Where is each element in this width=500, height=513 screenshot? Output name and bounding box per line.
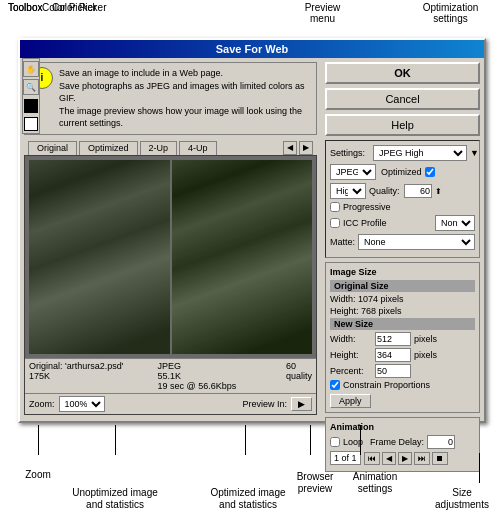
browser-preview-bottom-label: Browserpreview bbox=[285, 471, 345, 495]
browser-preview-annotation-line bbox=[310, 425, 311, 455]
preview-in-area: Preview In: ▶ bbox=[242, 397, 312, 411]
zoom-bottom-label: Zoom bbox=[18, 469, 58, 481]
image-size-title: Image Size bbox=[330, 267, 475, 277]
hand-tool[interactable]: ✋ bbox=[23, 61, 39, 77]
preview-in-label: Preview In: bbox=[242, 399, 287, 409]
new-height-input[interactable] bbox=[375, 348, 411, 362]
original-height: Height: 768 pixels bbox=[330, 306, 402, 316]
zoom-tool[interactable]: 🔍 bbox=[23, 79, 39, 95]
original-size-header: Original Size bbox=[330, 280, 475, 292]
constrain-label: Constrain Proportions bbox=[343, 380, 430, 390]
unoptimized-annotation-line bbox=[115, 425, 116, 455]
matte-select[interactable]: None bbox=[435, 215, 475, 231]
color-picker-annotation: Color Picker bbox=[52, 2, 106, 13]
zoom-label: Zoom: bbox=[29, 399, 55, 409]
preview-in-button[interactable]: ▶ bbox=[291, 397, 312, 411]
optimized-bottom-label: Optimized imageand statistics bbox=[198, 487, 298, 511]
preview-menu-annotation: Previewmenu bbox=[295, 2, 350, 24]
toolbox-annotation: Toolbox bbox=[8, 2, 42, 13]
left-panel: i Save an image to include in a Web page… bbox=[20, 58, 321, 419]
progressive-label: Progressive bbox=[343, 202, 391, 212]
dialog-title: Save For Web bbox=[216, 43, 289, 55]
preview-next-btn[interactable]: ▶ bbox=[299, 141, 313, 155]
size-annotation-line bbox=[479, 453, 480, 483]
matte-value-select[interactable]: None bbox=[358, 234, 475, 250]
progressive-checkbox[interactable] bbox=[330, 202, 340, 212]
settings-panel: Settings: JPEG High JPEG Medium JPEG Low… bbox=[325, 140, 480, 258]
icc-profile-label: ICC Profile bbox=[343, 218, 387, 228]
toolbox-panel: ✋ 🔍 bbox=[22, 58, 40, 134]
save-for-web-dialog: Save For Web i Save an image to include … bbox=[18, 38, 486, 423]
zoom-select[interactable]: 100% 50% 200% bbox=[59, 396, 105, 412]
optimized-annotation-line bbox=[245, 425, 246, 455]
icc-profile-checkbox[interactable] bbox=[330, 218, 340, 228]
bottom-annotations: Zoom Unoptimized imageand statistics Opt… bbox=[0, 423, 500, 513]
eyedropper-tool[interactable] bbox=[24, 99, 38, 113]
original-preview bbox=[29, 160, 170, 354]
cancel-button[interactable]: Cancel bbox=[325, 88, 480, 110]
tabs-row: Original Optimized 2-Up 4-Up ◀ ▶ bbox=[24, 139, 317, 155]
preview-nav-btn[interactable]: ◀ bbox=[283, 141, 297, 155]
new-height-label: Height: bbox=[330, 350, 372, 360]
preview-images-container bbox=[25, 156, 316, 358]
image-size-panel: Image Size Original Size Width: 1074 pix… bbox=[325, 262, 480, 413]
optimized-checkbox[interactable] bbox=[425, 167, 435, 177]
size-adjustments-bottom-label: Sizeadjustments bbox=[432, 487, 492, 511]
apply-button[interactable]: Apply bbox=[330, 394, 371, 408]
new-size-header: New Size bbox=[330, 318, 475, 330]
tab-original[interactable]: Original bbox=[28, 141, 77, 155]
optimization-settings-annotation: Optimizationsettings bbox=[408, 2, 493, 24]
tab-4up[interactable]: 4-Up bbox=[179, 141, 217, 155]
animation-settings-bottom-label: Animationsettings bbox=[345, 471, 405, 495]
dialog-title-bar: Save For Web bbox=[20, 40, 484, 58]
unoptimized-bottom-label: Unoptimized imageand statistics bbox=[65, 487, 165, 511]
animation-annotation-line bbox=[360, 425, 361, 455]
settings-menu-icon[interactable]: ▼ bbox=[470, 147, 479, 159]
info-text: Save an image to include in a Web page. … bbox=[59, 67, 310, 130]
percent-label: Percent: bbox=[330, 366, 372, 376]
quality-stepper[interactable]: ⬆ bbox=[435, 187, 442, 196]
tab-optimized[interactable]: Optimized bbox=[79, 141, 138, 155]
new-width-input[interactable] bbox=[375, 332, 411, 346]
preview-area: Original: 'arthursa2.psd' 175K JPEG 55.1… bbox=[24, 155, 317, 415]
ok-button[interactable]: OK bbox=[325, 62, 480, 84]
zoom-bar: Zoom: 100% 50% 200% Preview In: ▶ bbox=[25, 393, 316, 414]
quality-preset[interactable]: High bbox=[330, 183, 366, 199]
color-swatch[interactable] bbox=[24, 117, 38, 131]
jpeg-select[interactable]: JPEG GIF PNG-8 bbox=[330, 164, 376, 180]
right-panel: OK Cancel Help Settings: JPEG High JPEG … bbox=[321, 58, 484, 419]
original-stats: Original: 'arthursa2.psd' 175K bbox=[25, 359, 154, 393]
new-width-label: Width: bbox=[330, 334, 372, 344]
info-area: i Save an image to include in a Web page… bbox=[24, 62, 317, 135]
constrain-proportions-checkbox[interactable] bbox=[330, 380, 340, 390]
zoom-annotation-line bbox=[38, 425, 39, 455]
quality-input[interactable] bbox=[404, 184, 432, 198]
optimized-stats: JPEG 55.1K 19 sec @ 56.6Kbps bbox=[154, 359, 283, 393]
optimized-preview bbox=[172, 160, 313, 354]
tab-2up[interactable]: 2-Up bbox=[140, 141, 178, 156]
help-button[interactable]: Help bbox=[325, 114, 480, 136]
percent-input[interactable] bbox=[375, 364, 411, 378]
original-width: Width: 1074 pixels bbox=[330, 294, 404, 304]
optimized-check-label: Optimized bbox=[381, 167, 422, 177]
quality-label: 60 quality bbox=[282, 359, 316, 393]
matte-label: Matte: bbox=[330, 237, 355, 247]
settings-select[interactable]: JPEG High JPEG Medium JPEG Low GIF 128 D… bbox=[373, 145, 467, 161]
